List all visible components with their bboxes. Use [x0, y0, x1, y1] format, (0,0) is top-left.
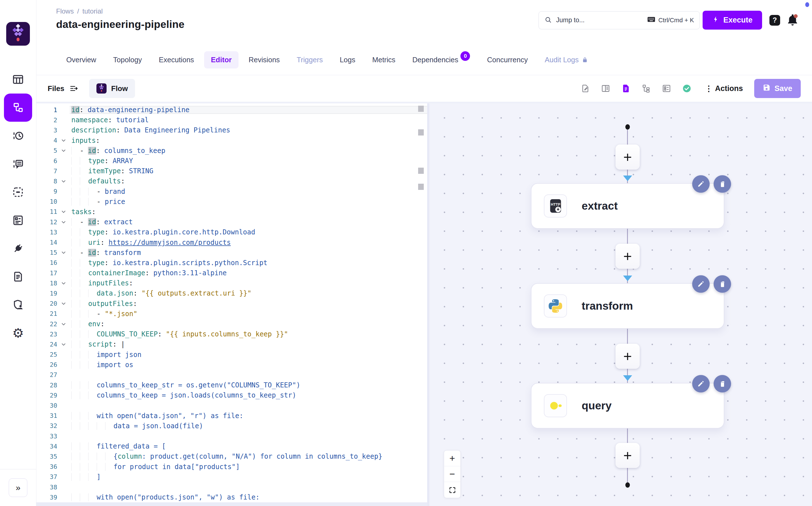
zoom-in-button[interactable]: + [444, 450, 460, 466]
code-line[interactable]: 25import json [36, 350, 427, 360]
breadcrumb-item[interactable]: Flows [56, 7, 74, 15]
code-line[interactable]: 28columns_to_keep_str = os.getenv("COLUM… [36, 380, 427, 390]
sidebar-item-administration[interactable] [0, 291, 36, 319]
code-line[interactable]: 15- id: transform [36, 248, 427, 258]
tab-dependencies[interactable]: Dependencies0 [405, 51, 477, 69]
task-node-query[interactable]: query [531, 383, 724, 428]
code-line[interactable]: 13type: io.kestra.plugin.core.http.Downl… [36, 227, 427, 237]
delete-task-button[interactable] [714, 375, 731, 393]
fold-chevron-icon[interactable] [57, 139, 70, 142]
code-line[interactable]: 16type: io.kestra.plugin.scripts.python.… [36, 258, 427, 268]
edit-task-button[interactable] [692, 375, 710, 393]
tab-topology[interactable]: Topology [106, 51, 149, 69]
code-line[interactable]: 20outputFiles: [36, 299, 427, 309]
fold-chevron-icon[interactable] [57, 149, 70, 152]
code-line[interactable]: 3description: Data Engineering Pipelines [36, 125, 427, 135]
sidebar-item-flows[interactable] [0, 94, 36, 122]
code-line[interactable]: 18inputFiles: [36, 278, 427, 288]
edit-task-button[interactable] [692, 175, 710, 193]
code-view-icon[interactable] [621, 83, 631, 94]
code-line[interactable]: 37] [36, 472, 427, 482]
check-circle-icon[interactable] [682, 83, 692, 94]
code-line[interactable]: 11tasks: [36, 207, 427, 217]
code-line[interactable]: 17containerImage: python:3.11-alpine [36, 268, 427, 278]
code-line[interactable]: 32data = json.load(file) [36, 421, 427, 431]
task-node-extract[interactable]: HTTPextract [531, 183, 724, 229]
delete-task-button[interactable] [714, 275, 731, 293]
add-task-button[interactable]: + [615, 344, 640, 369]
code-line[interactable]: 8defaults: [36, 176, 427, 186]
sidebar-item-docs[interactable] [0, 263, 36, 291]
code-line[interactable]: 2namespace: tutorial [36, 115, 427, 125]
code-line[interactable]: 23COLUMNS_TO_KEEP: "{{ inputs.columns_to… [36, 329, 427, 339]
tab-metrics[interactable]: Metrics [365, 51, 402, 69]
code-line[interactable]: 36for product in data["products"] [36, 462, 427, 472]
delete-task-button[interactable] [714, 175, 731, 193]
tab-revisions[interactable]: Revisions [242, 51, 287, 69]
files-panel-toggle[interactable] [69, 84, 78, 93]
sidebar-item-logs[interactable] [0, 150, 36, 178]
help-button[interactable]: ? [769, 15, 780, 26]
sidebar-item-settings[interactable]: ⚙ [0, 319, 36, 347]
editor-bottom-scrollbar[interactable] [36, 502, 427, 506]
split-view-icon[interactable] [600, 83, 611, 94]
topology-canvas[interactable]: ++++HTTPextracttransformquery+− [429, 103, 812, 506]
notifications-bell-button[interactable] [786, 13, 799, 27]
sidebar-item-executions[interactable] [0, 122, 36, 150]
code-line[interactable]: 39with open("products.json", "w") as fil… [36, 492, 427, 502]
code-line[interactable]: 22env: [36, 319, 427, 329]
save-button[interactable]: Save [754, 79, 801, 98]
fold-chevron-icon[interactable] [57, 343, 70, 346]
fold-chevron-icon[interactable] [57, 210, 70, 213]
sidebar-item-namespaces[interactable] [0, 178, 36, 206]
code-line[interactable]: 33 [36, 431, 427, 441]
tab-logs[interactable]: Logs [333, 51, 362, 69]
breadcrumb-item[interactable]: tutorial [82, 7, 102, 15]
code-line[interactable]: 9- brand [36, 186, 427, 197]
add-task-button[interactable]: + [615, 443, 640, 468]
panel-divider[interactable] [427, 103, 429, 506]
code-line[interactable]: 35{column: product.get(column, "N/A") fo… [36, 451, 427, 461]
fit-view-button[interactable] [444, 482, 460, 498]
code-line[interactable]: 7itemType: STRING [36, 166, 427, 176]
topology-view-icon[interactable] [641, 83, 651, 94]
fold-chevron-icon[interactable] [57, 251, 70, 254]
fold-chevron-icon[interactable] [57, 302, 70, 305]
code-line[interactable]: 4inputs: [36, 136, 427, 146]
task-node-transform[interactable]: transform [531, 283, 724, 329]
code-line[interactable]: 6type: ARRAY [36, 156, 427, 166]
code-line[interactable]: 26import os [36, 360, 427, 370]
code-line[interactable]: 12- id: extract [36, 217, 427, 227]
code-line[interactable]: 29columns_to_keep = json.loads(columns_t… [36, 390, 427, 400]
add-task-button[interactable]: + [615, 145, 640, 170]
tab-audit-logs[interactable]: Audit Logs [538, 51, 595, 69]
file-edit-icon[interactable] [580, 83, 590, 94]
doc-form-icon[interactable] [661, 83, 672, 94]
code-line[interactable]: 31with open("data.json", "r") as file: [36, 411, 427, 421]
sidebar-item-dashboard[interactable] [0, 65, 36, 94]
code-line[interactable]: 1id: data-engineering-pipeline [36, 105, 427, 115]
sidebar-item-blueprints[interactable] [0, 206, 36, 234]
code-line[interactable]: 10- price [36, 197, 427, 207]
add-task-button[interactable]: + [615, 244, 640, 269]
fold-chevron-icon[interactable] [57, 221, 70, 224]
tab-concurrency[interactable]: Concurrency [480, 51, 534, 69]
sidebar-expand-button[interactable]: » [9, 478, 27, 497]
code-editor[interactable]: 1id: data-engineering-pipeline2namespace… [36, 103, 427, 506]
edit-task-button[interactable] [692, 275, 710, 293]
actions-button[interactable]: ⋮ Actions [705, 84, 743, 93]
sidebar-item-plugins[interactable] [0, 234, 36, 263]
jump-to-search[interactable]: Jump to... Ctrl/Cmd + K [538, 11, 700, 29]
code-line[interactable]: 38 [36, 482, 427, 492]
execute-button[interactable]: Execute [703, 11, 762, 29]
fold-chevron-icon[interactable] [57, 323, 70, 326]
tab-executions[interactable]: Executions [152, 51, 201, 69]
code-line[interactable]: 30 [36, 400, 427, 411]
tab-editor[interactable]: Editor [204, 51, 238, 69]
code-line[interactable]: 19data.json: "{{ outputs.extract.uri }}" [36, 288, 427, 299]
kestra-logo[interactable] [6, 22, 30, 46]
flow-file-tab[interactable]: Flow [89, 79, 135, 98]
fold-chevron-icon[interactable] [57, 282, 70, 285]
code-line[interactable]: 5- id: columns_to_keep [36, 146, 427, 156]
code-line[interactable]: 27 [36, 370, 427, 380]
